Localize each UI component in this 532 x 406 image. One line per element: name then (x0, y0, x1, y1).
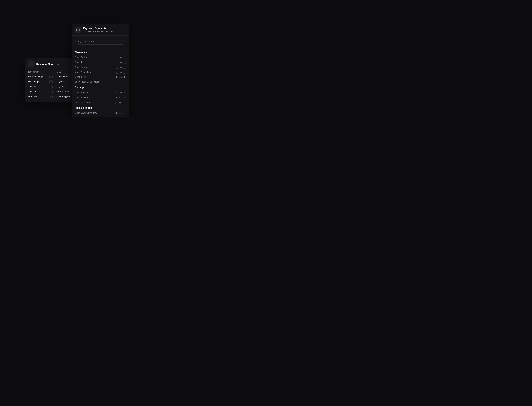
svg-point-13 (78, 29, 78, 29)
svg-point-8 (32, 64, 32, 65)
shortcut-keys: G then M (115, 96, 126, 99)
key-badge: S (123, 91, 126, 94)
key-badge: S (115, 101, 118, 104)
svg-line-21 (80, 42, 80, 43)
key-badge: - (50, 90, 53, 93)
shortcut-label: Go to Annotators (75, 71, 91, 73)
svg-point-14 (79, 29, 79, 29)
shortcut-label: Bounding Box (56, 76, 69, 78)
key-badge: G (115, 91, 118, 94)
svg-point-16 (78, 30, 78, 30)
svg-point-15 (77, 30, 77, 30)
key-badge: G (115, 112, 118, 115)
keyboard-icon (75, 27, 81, 33)
then-label: then (119, 92, 122, 94)
shortcut-keys: G then D (115, 56, 126, 59)
shortcut-label: Go to Settings (75, 91, 88, 94)
shortcut-keys: G then A (115, 71, 126, 73)
shortcut-label: Zoom Out (28, 90, 37, 93)
svg-point-4 (32, 64, 32, 64)
key-badge (49, 75, 53, 78)
shortcut-label: Previous Image (28, 76, 43, 78)
key-badge: O (123, 101, 126, 104)
key-badge: H (123, 112, 126, 115)
svg-rect-9 (30, 65, 32, 65)
shortcut-keys: G then H (115, 112, 126, 115)
svg-point-17 (78, 30, 78, 30)
shortcut-label: Show keyboard Shortcuts (75, 81, 99, 83)
shortcut-label: Go to Jobs (75, 61, 85, 63)
then-label: then (119, 102, 122, 103)
shortcut-label: Go to Projects (75, 66, 88, 68)
shortcuts-panel-expanded: Keyboard Shortcuts Navigate faster with … (72, 24, 129, 117)
section-title: Help & Support (75, 106, 126, 109)
search-box[interactable] (75, 39, 126, 45)
svg-point-12 (78, 29, 78, 29)
shortcut-label: Go to Members (75, 96, 89, 99)
key-badge: + (50, 85, 53, 88)
panel-header: Keyboard Shortcuts Navigate faster with … (72, 24, 129, 36)
key-badge: G (115, 96, 118, 99)
then-label: then (119, 76, 122, 78)
panel-title: Keyboard Shortcuts (83, 27, 118, 30)
shortcut-row: Go to Inbox G then I (75, 75, 126, 79)
shortcut-label: Polygon (56, 80, 64, 83)
then-label: then (119, 112, 122, 114)
then-label: then (119, 61, 122, 63)
svg-point-5 (30, 64, 30, 65)
svg-point-7 (31, 64, 31, 65)
shortcut-row: Go to Settings G then S (75, 91, 126, 94)
then-label: then (119, 97, 122, 98)
svg-point-11 (77, 29, 77, 29)
search-input[interactable] (83, 40, 123, 43)
key-badge: G (115, 76, 118, 79)
key-badge: A (123, 71, 126, 73)
shortcut-keys: G then J (115, 61, 126, 64)
shortcut-label: Label Assistant (56, 90, 70, 93)
shortcut-row: Sign Out of Foundry S then O (75, 101, 126, 104)
shortcut-keys: G then P (115, 66, 126, 69)
shortcut-row: Zoom Out - (28, 90, 53, 93)
key-badge: / (123, 80, 126, 83)
shortcut-label: Grab Tool (28, 95, 37, 98)
svg-point-3 (31, 64, 31, 64)
shortcut-label: Smart Polygon (56, 95, 70, 98)
key-badge: G (115, 66, 118, 69)
shortcut-keys: S then O (115, 101, 126, 104)
shortcut-row: Next Image (28, 80, 53, 83)
shortcut-row: Zoom In + (28, 85, 53, 88)
key-badge: G (115, 61, 118, 64)
column-navigation: Navigation Previous Image Next Image Zoo… (28, 71, 53, 98)
section-title: Navigation (75, 51, 126, 53)
key-badge: I (123, 76, 126, 79)
shortcut-row: Show keyboard Shortcuts / (75, 80, 126, 84)
shortcut-row: Go to Projects G then P (75, 65, 126, 69)
shortcut-label: Go to Dashboard (75, 56, 91, 58)
svg-point-2 (31, 64, 31, 64)
shortcut-row: Go to Jobs G then J (75, 60, 126, 64)
shortcut-row: Open Slack Community G then H (75, 111, 126, 115)
shortcut-label: Open Slack Community (75, 112, 97, 114)
shortcut-keys: / (123, 80, 126, 83)
key-badge: M (123, 96, 126, 99)
panel-subtitle: Navigate faster with keyboard shortcuts. (83, 30, 118, 33)
svg-point-6 (31, 64, 31, 65)
then-label: then (119, 71, 122, 73)
column-title: Navigation (28, 71, 53, 73)
shortcut-row: Go to Dashboard G then D (75, 55, 126, 59)
svg-point-1 (30, 64, 30, 64)
shortcut-row: Go to Members G then M (75, 96, 126, 99)
panel-title: Keyboard Shortcuts (36, 63, 59, 66)
then-label: then (119, 66, 122, 68)
svg-point-18 (79, 30, 79, 30)
shortcut-label: Sign Out of Foundry (75, 101, 94, 104)
section-title: Settings (75, 86, 126, 89)
key-badge: J (123, 61, 126, 64)
key-badge: D (123, 56, 126, 59)
key-badge (49, 80, 53, 83)
shortcut-label: Go to Inbox (75, 76, 86, 78)
key-badge: G (115, 71, 118, 73)
keyboard-icon (28, 61, 34, 67)
shortcuts-list: Navigation Go to Dashboard G then D Go t… (72, 48, 129, 117)
shortcut-row: Grab Tool G (28, 95, 53, 98)
